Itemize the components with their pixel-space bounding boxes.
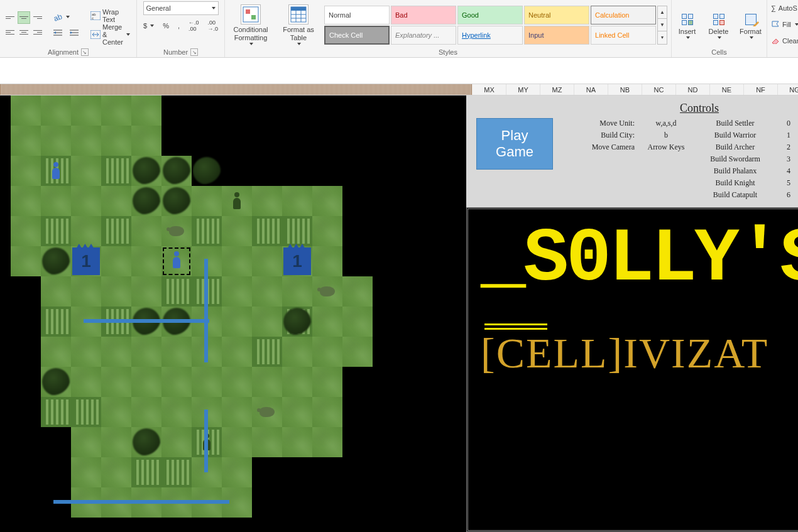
col-header-NG[interactable]: NG	[778, 84, 798, 95]
map-tile[interactable]	[252, 367, 282, 397]
map-tile[interactable]	[101, 95, 131, 126]
style-calculation[interactable]: Calculation	[591, 6, 656, 24]
map-tile[interactable]	[312, 307, 342, 337]
increase-decimal[interactable]: ←.0.00	[186, 19, 202, 33]
map-tile[interactable]	[11, 95, 41, 126]
map-tile[interactable]	[41, 216, 71, 246]
city[interactable]: 1	[72, 247, 100, 275]
style-check-cell[interactable]: Check Cell	[324, 26, 390, 45]
align-left[interactable]	[4, 26, 16, 38]
clear-button[interactable]: Clear	[771, 34, 798, 48]
gallery-scroll-down[interactable]: ▼	[658, 19, 667, 31]
col-header-NE[interactable]: NE	[710, 84, 744, 95]
map-tile[interactable]	[71, 126, 101, 156]
align-right[interactable]	[31, 26, 44, 38]
map-tile[interactable]	[192, 367, 222, 397]
map-tile[interactable]	[252, 216, 282, 246]
align-center[interactable]	[18, 26, 30, 38]
alignment-launcher[interactable]: ↘	[81, 48, 89, 56]
gallery-scroll-up[interactable]: ▲	[658, 6, 667, 19]
delete-button[interactable]: Delete	[704, 4, 733, 46]
map-tile[interactable]	[342, 307, 373, 337]
map-tile[interactable]	[101, 246, 131, 276]
map-tile[interactable]	[222, 337, 252, 367]
map-tile[interactable]	[252, 427, 282, 457]
map-tile[interactable]	[222, 276, 252, 307]
map-tile[interactable]	[41, 126, 71, 156]
conditional-formatting-button[interactable]: Conditional Formatting	[229, 4, 273, 46]
map-tile[interactable]	[41, 397, 71, 427]
align-top[interactable]	[4, 11, 16, 24]
style-input[interactable]: Input	[524, 26, 589, 45]
map-tile[interactable]	[312, 186, 342, 216]
map-tile[interactable]	[131, 276, 161, 307]
worksheet[interactable]: MXMYMZNANBNCNDNENFNG 11 Play Game Contro…	[0, 84, 798, 532]
map-tile[interactable]	[71, 457, 101, 487]
map-tile[interactable]	[131, 397, 161, 427]
map-tile[interactable]	[252, 186, 282, 216]
map-tile[interactable]	[11, 126, 41, 156]
map-tile[interactable]	[161, 337, 192, 367]
map-tile[interactable]	[71, 427, 101, 457]
style-hyperlink[interactable]: Hyperlink	[457, 26, 523, 45]
city[interactable]: 1	[283, 247, 311, 275]
map-tile[interactable]	[282, 397, 312, 427]
map-tile[interactable]	[161, 427, 192, 457]
orientation-button[interactable]: ab	[50, 10, 82, 24]
map-tile[interactable]	[282, 276, 312, 307]
map-tile[interactable]	[11, 216, 41, 246]
map-tile[interactable]	[252, 246, 282, 276]
map-tile[interactable]	[71, 156, 101, 186]
wrap-text-button[interactable]: abc Wrap Text	[88, 9, 133, 23]
number-format-dropdown[interactable]: General	[143, 1, 219, 15]
map-tile[interactable]	[222, 397, 252, 427]
col-header-ND[interactable]: ND	[676, 84, 710, 95]
map-tile[interactable]	[11, 246, 41, 276]
map-tile[interactable]	[71, 397, 101, 427]
style-normal[interactable]: Normal	[324, 6, 390, 24]
map-tile[interactable]	[161, 397, 192, 427]
map-tile[interactable]	[101, 337, 131, 367]
map-tile[interactable]	[222, 367, 252, 397]
autosum-button[interactable]: ∑AutoS	[771, 1, 797, 15]
map-tile[interactable]	[41, 95, 71, 126]
map-tile[interactable]	[131, 457, 161, 487]
map-tile[interactable]	[71, 276, 101, 307]
map-tile[interactable]	[192, 216, 222, 246]
col-header-MX[interactable]: MX	[473, 84, 506, 95]
map-tile[interactable]	[312, 337, 342, 367]
unit[interactable]	[48, 162, 63, 180]
map-tile[interactable]	[342, 276, 373, 307]
map-tile[interactable]	[101, 216, 131, 246]
style-explanatory-[interactable]: Explanatory ...	[391, 26, 456, 45]
map-tile[interactable]	[312, 367, 342, 397]
decrease-decimal[interactable]: .00→.0	[205, 19, 221, 33]
map-tile[interactable]	[161, 367, 192, 397]
map-tile[interactable]	[71, 186, 101, 216]
map-tile[interactable]	[222, 216, 252, 246]
map-tile[interactable]	[282, 337, 312, 367]
map-tile[interactable]	[101, 276, 131, 307]
map-tile[interactable]	[312, 216, 342, 246]
map-tile[interactable]	[222, 246, 252, 276]
map-tile[interactable]	[282, 367, 312, 397]
map-tile[interactable]	[131, 126, 161, 156]
gallery-expand[interactable]: ▾	[658, 31, 667, 44]
format-as-table-button[interactable]: Format as Table	[276, 4, 320, 46]
map-tile[interactable]	[161, 276, 192, 307]
col-header-NC[interactable]: NC	[642, 84, 676, 95]
map-tile[interactable]	[131, 246, 161, 276]
format-button[interactable]: Format	[736, 4, 766, 46]
map-tile[interactable]	[101, 156, 131, 186]
map-tile[interactable]	[101, 126, 131, 156]
comma-button[interactable]: ,	[175, 19, 182, 33]
map-tile[interactable]	[71, 337, 101, 367]
map-tile[interactable]	[11, 186, 41, 216]
map-tile[interactable]	[41, 276, 71, 307]
decrease-indent[interactable]	[50, 26, 65, 40]
map-tile[interactable]	[131, 337, 161, 367]
map-tile[interactable]	[282, 216, 312, 246]
unit[interactable]	[229, 192, 244, 210]
col-header-MY[interactable]: MY	[506, 84, 540, 95]
map-tile[interactable]	[312, 397, 342, 427]
